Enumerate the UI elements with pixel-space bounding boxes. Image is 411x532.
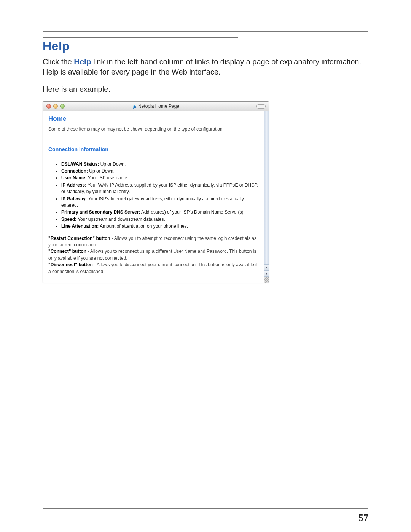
- document-page: Help Click the Help link in the left-han…: [0, 0, 411, 306]
- window-titlebar: Netopia Home Page: [43, 102, 269, 111]
- list-item: IP Gateway: Your ISP's Internet gateway …: [61, 196, 259, 209]
- list-item-label: Line Attenuation:: [61, 224, 99, 229]
- list-item-label: DSL/WAN Status:: [61, 161, 99, 167]
- scrollbar[interactable]: ▴ ▾: [264, 111, 269, 283]
- help-content: Home Some of these items may or may not …: [43, 111, 264, 283]
- bottom-rule: [43, 508, 368, 509]
- button-name: "Disconnect" button: [48, 262, 93, 267]
- window-title-text: Netopia Home Page: [138, 104, 179, 109]
- list-item-label: Speed:: [61, 217, 76, 222]
- intro-paragraph: Click the Help link in the left-hand col…: [43, 56, 368, 77]
- example-lead: Here is an example:: [43, 84, 368, 94]
- traffic-lights: [46, 104, 65, 109]
- list-item: Line Attenuation: Amount of attentuation…: [61, 223, 259, 230]
- button-name: "Restart Connection" button: [48, 236, 110, 241]
- list-item-label: Connection:: [61, 168, 88, 174]
- scrollbar-track[interactable]: [264, 111, 269, 264]
- help-subheading: Connection Information: [48, 145, 259, 153]
- list-item-label: User Name:: [61, 175, 87, 181]
- scroll-down-icon[interactable]: ▾: [264, 270, 269, 276]
- list-item: Primary and Secondary DNS Server: Addres…: [61, 209, 259, 216]
- list-item: IP Address: Your WAN IP Address, supplie…: [61, 182, 259, 195]
- window-title: Netopia Home Page: [43, 104, 269, 109]
- toolbar-pill-icon[interactable]: [256, 104, 266, 109]
- help-intro-text: Some of these items may or may not be sh…: [48, 126, 259, 133]
- buttons-paragraph: "Restart Connection" button - Allows you…: [48, 235, 259, 275]
- list-item: DSL/WAN Status: Up or Down.: [61, 161, 259, 168]
- scroll-up-icon[interactable]: ▴: [264, 264, 269, 270]
- list-item: Connection: Up or Down.: [61, 168, 259, 174]
- help-page-title: Home: [48, 114, 259, 124]
- connection-info-list: DSL/WAN Status: Up or Down.Connection: U…: [48, 161, 259, 230]
- list-item: User Name: Your ISP username.: [61, 175, 259, 181]
- resize-handle-icon[interactable]: [264, 276, 269, 283]
- button-name: "Connect" button: [48, 249, 86, 254]
- intro-prefix: Click the: [43, 58, 74, 66]
- list-item: Speed: Your upstream and downstream data…: [61, 216, 259, 223]
- list-item-label: Primary and Secondary DNS Server:: [61, 209, 140, 215]
- minimize-icon[interactable]: [53, 104, 58, 109]
- page-number: 57: [358, 512, 368, 524]
- section-heading: Help: [43, 39, 368, 53]
- list-item-label: IP Address:: [61, 182, 86, 188]
- help-link[interactable]: Help: [74, 57, 91, 66]
- netopia-icon: [132, 104, 137, 109]
- window-body: Home Some of these items may or may not …: [43, 111, 269, 283]
- example-window: Netopia Home Page Home Some of these ite…: [43, 101, 269, 283]
- close-icon[interactable]: [46, 104, 51, 109]
- zoom-icon[interactable]: [60, 104, 65, 109]
- short-rule: [43, 37, 238, 38]
- top-rule: [43, 31, 368, 32]
- list-item-label: IP Gateway:: [61, 196, 87, 201]
